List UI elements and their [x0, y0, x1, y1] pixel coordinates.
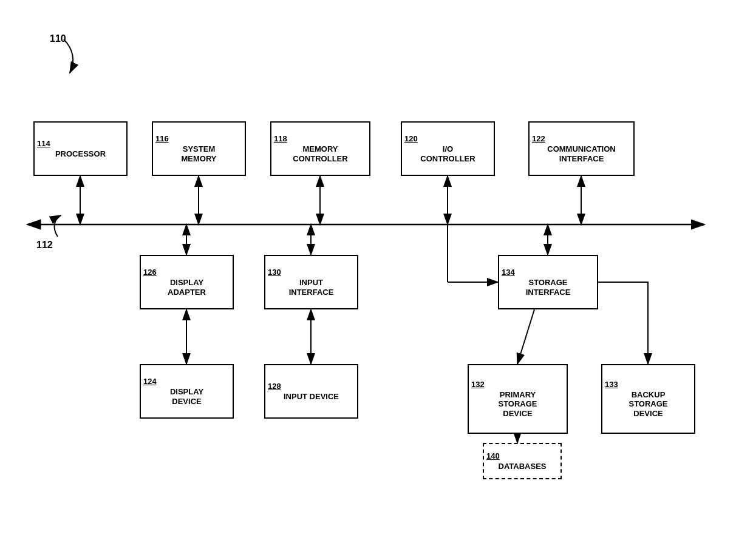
ref-110: 110 [50, 33, 66, 44]
num-116: 116 [155, 134, 169, 143]
ref-112: 112 [36, 240, 53, 251]
label-120: I/OCONTROLLER [420, 144, 475, 163]
diagram-container: 110 112 [0, 0, 753, 560]
num-122: 122 [532, 134, 545, 143]
num-124: 124 [143, 377, 157, 386]
label-130: INPUTINTERFACE [289, 278, 334, 297]
box-140: 140 DATABASES [483, 443, 562, 479]
label-134: STORAGEINTERFACE [526, 278, 571, 297]
box-132: 132 PRIMARYSTORAGEDEVICE [468, 364, 568, 434]
num-118: 118 [274, 134, 287, 143]
box-118: 118 MEMORYCONTROLLER [270, 121, 370, 176]
num-128: 128 [268, 382, 281, 391]
label-116: SYSTEMMEMORY [181, 144, 216, 163]
label-114: PROCESSOR [55, 149, 106, 159]
label-124: DISPLAYDEVICE [170, 387, 203, 406]
num-126: 126 [143, 268, 157, 277]
label-132: PRIMARYSTORAGEDEVICE [498, 390, 537, 419]
box-124: 124 DISPLAYDEVICE [140, 364, 234, 419]
box-114: 114 PROCESSOR [33, 121, 128, 176]
box-133: 133 BACKUPSTORAGEDEVICE [601, 364, 695, 434]
num-130: 130 [268, 268, 281, 277]
box-128: 128 INPUT DEVICE [264, 364, 358, 419]
num-132: 132 [471, 380, 485, 389]
box-126: 126 DISPLAYADAPTER [140, 255, 234, 309]
num-134: 134 [502, 268, 515, 277]
label-140: DATABASES [499, 462, 547, 471]
box-116: 116 SYSTEMMEMORY [152, 121, 246, 176]
diagram-svg [0, 0, 753, 560]
label-118: MEMORYCONTROLLER [293, 144, 347, 163]
num-140: 140 [486, 451, 500, 460]
box-130: 130 INPUTINTERFACE [264, 255, 358, 309]
label-126: DISPLAYADAPTER [168, 278, 206, 297]
box-120: 120 I/OCONTROLLER [401, 121, 495, 176]
num-114: 114 [37, 139, 50, 148]
num-120: 120 [404, 134, 418, 143]
label-133: BACKUPSTORAGEDEVICE [629, 390, 667, 419]
box-134: 134 STORAGEINTERFACE [498, 255, 598, 309]
label-122: COMMUNICATIONINTERFACE [547, 144, 615, 163]
label-128: INPUT DEVICE [284, 392, 339, 402]
box-122: 122 COMMUNICATIONINTERFACE [528, 121, 635, 176]
svg-line-15 [517, 309, 534, 364]
num-133: 133 [605, 380, 618, 389]
